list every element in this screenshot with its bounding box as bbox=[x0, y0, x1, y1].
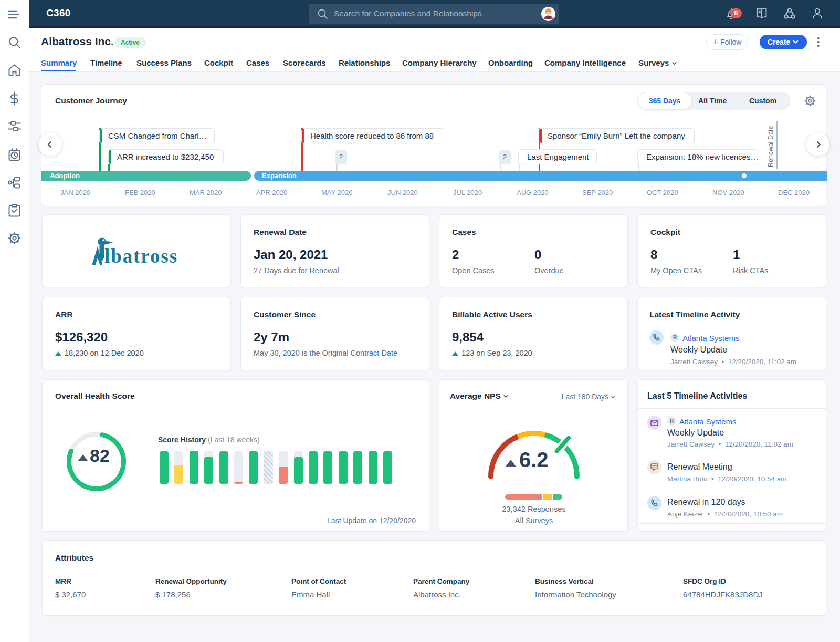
svg-text:lbatross: lbatross bbox=[104, 245, 178, 267]
